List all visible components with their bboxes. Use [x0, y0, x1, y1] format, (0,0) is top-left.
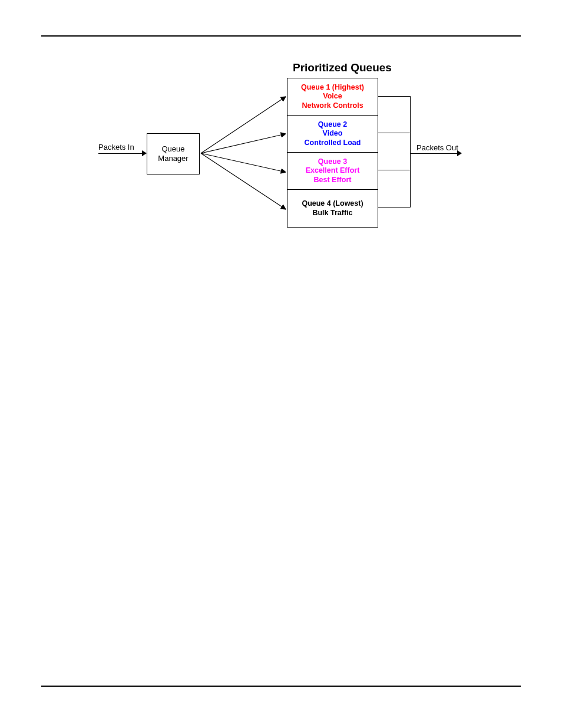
- page: Prioritized Queues Packets In Queue Mana…: [0, 0, 562, 728]
- svg-line-0: [201, 97, 286, 153]
- queues-column: Queue 1 (Highest) Voice Network Controls…: [287, 78, 378, 228]
- output-box-1: [378, 96, 411, 133]
- prioritized-queues-figure: Prioritized Queues Packets In Queue Mana…: [98, 60, 464, 243]
- packets-in-arrow-line: [98, 153, 146, 154]
- queue-4-cell: Queue 4 (Lowest) Bulk Traffic: [287, 190, 378, 227]
- queue-2-line1: Queue 2: [289, 120, 376, 130]
- figure-title: Prioritized Queues: [293, 61, 392, 74]
- queue-1-line2: Voice: [289, 92, 376, 101]
- queue-3-cell: Queue 3 Excellent Effort Best Effort: [287, 153, 378, 190]
- queue-2-line2: Video: [289, 129, 376, 139]
- fanout-arrows: [200, 78, 288, 231]
- svg-line-2: [201, 153, 286, 172]
- packets-in-arrow-head: [142, 150, 147, 156]
- output-boxes-column: [378, 78, 411, 207]
- output-box-2: [378, 133, 411, 170]
- queue-manager-box: Queue Manager: [147, 133, 200, 174]
- top-rule: [41, 35, 521, 37]
- queue-1-line3: Network Controls: [289, 101, 376, 111]
- queue-3-line2: Excellent Effort: [289, 166, 376, 176]
- queue-1-line1: Queue 1 (Highest): [289, 83, 376, 93]
- packets-out-label: Packets Out: [416, 143, 458, 152]
- output-box-3: [378, 170, 411, 207]
- queue-3-line3: Best Effort: [289, 176, 376, 185]
- queue-4-line2: Bulk Traffic: [289, 209, 376, 218]
- queue-manager-line1: Queue: [147, 144, 199, 154]
- queue-4-line1: Queue 4 (Lowest): [289, 199, 376, 209]
- svg-line-1: [201, 134, 286, 153]
- bottom-rule: [41, 686, 521, 687]
- queue-3-line1: Queue 3: [289, 157, 376, 167]
- queue-1-cell: Queue 1 (Highest) Voice Network Controls: [287, 78, 378, 116]
- queue-2-cell: Queue 2 Video Controlled Load: [287, 116, 378, 153]
- queue-2-line3: Controlled Load: [289, 139, 376, 148]
- packets-out-arrow-line: [411, 153, 461, 154]
- packets-in-label: Packets In: [98, 143, 134, 151]
- packets-out-arrow-head: [457, 150, 462, 156]
- svg-line-3: [201, 153, 286, 209]
- queue-manager-line2: Manager: [147, 154, 199, 163]
